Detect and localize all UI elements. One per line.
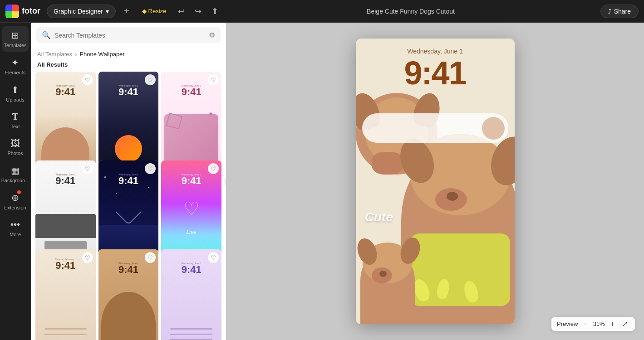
template-card-7[interactable]: Tuesday, February 1 9:41 sweet love ♡ <box>35 249 96 340</box>
filter-icon: ⚙ <box>209 31 215 39</box>
logo-text: fotor <box>22 6 40 16</box>
zoom-out-button[interactable]: − <box>581 320 589 328</box>
resize-button[interactable]: ◆ Resize <box>138 5 171 17</box>
graphic-designer-button[interactable]: Graphic Designer ▾ <box>47 5 116 18</box>
plus-icon: + <box>610 320 615 328</box>
cute-label: Cute <box>365 210 393 224</box>
sidebar-item-photos-label: Photos <box>7 151 23 156</box>
more-icon: ••• <box>10 219 20 230</box>
breadcrumb-area: All Templates › Phone Wallpaper <box>31 47 226 59</box>
favorite-button-4[interactable]: ♡ <box>82 163 93 174</box>
favorite-button-3[interactable]: ♡ <box>208 74 219 85</box>
sidebar-item-photos[interactable]: 🖼 Photos <box>2 135 29 160</box>
share-button[interactable]: ⤴ Share <box>600 5 639 18</box>
search-input[interactable] <box>54 32 203 39</box>
sidebar-item-more[interactable]: ••• More <box>2 216 29 241</box>
sidebar-item-uploads[interactable]: ⬆ Uploads <box>2 81 29 106</box>
document-title: Beige Cute Funny Dogs Cutout <box>226 8 595 15</box>
bottom-bar: Preview − 31% + ⤢ <box>551 317 635 331</box>
favorite-button-9[interactable]: ♡ <box>208 252 219 263</box>
chevron-down-icon: ▾ <box>106 8 109 15</box>
favorite-button-1[interactable]: ♡ <box>82 74 93 85</box>
redo-icon: ↪ <box>195 6 202 16</box>
sidebar-item-elements[interactable]: ✦ Elements <box>2 53 29 79</box>
graphic-designer-label: Graphic Designer <box>54 8 103 15</box>
sidebar-item-backgrounds-label: Backgroun... <box>1 178 29 183</box>
icon-sidebar: ⊞ Templates ✦ Elements ⬆ Uploads T Text … <box>0 23 31 340</box>
backgrounds-icon: ▦ <box>11 165 20 176</box>
add-button[interactable]: + <box>120 4 133 18</box>
favorite-button-7[interactable]: ♡ <box>82 252 93 263</box>
canvas-area: Wednesday, June 1 9:41 Cute <box>226 23 644 340</box>
expand-icon: ⤢ <box>622 320 628 328</box>
wallpaper-time: 9:41 <box>365 57 506 89</box>
breadcrumb-all-templates[interactable]: All Templates <box>37 51 72 58</box>
minus-icon: − <box>583 320 587 328</box>
search-icon: 🔍 <box>42 31 51 39</box>
extension-icon: ⊕ <box>11 192 19 203</box>
text-icon: T <box>12 112 18 122</box>
sidebar-item-more-label: More <box>10 232 21 237</box>
photos-icon: 🖼 <box>11 138 20 149</box>
elements-icon: ✦ <box>11 57 19 68</box>
sidebar-item-text[interactable]: T Text <box>2 108 29 133</box>
redo-button[interactable]: ↪ <box>192 4 204 19</box>
sidebar-item-extension-label: Extension <box>4 205 26 210</box>
fotor-logo-icon <box>5 5 19 18</box>
main-area: ⊞ Templates ✦ Elements ⬆ Uploads T Text … <box>0 23 644 340</box>
wallpaper-header: Wednesday, June 1 9:41 <box>356 39 515 89</box>
template-card-9[interactable]: Wednesday, June 1 9:41 ♡ <box>161 249 221 340</box>
uploads-icon: ⬆ <box>11 84 19 95</box>
sidebar-item-text-label: Text <box>10 124 20 129</box>
all-results-label: All Results <box>31 59 226 72</box>
search-box: 🔍 ⚙ <box>36 27 221 43</box>
sidebar-item-extension[interactable]: ⊕ Extension <box>2 189 29 214</box>
fit-to-screen-button[interactable]: ⤢ <box>620 320 629 328</box>
resize-label: Resize <box>148 8 167 15</box>
templates-panel: 🔍 ⚙ All Templates › Phone Wallpaper All … <box>31 23 226 340</box>
zoom-in-button[interactable]: + <box>609 320 616 328</box>
templates-grid: Wednesday, June 1 9:41 ♡ Wednesday, June… <box>31 72 226 340</box>
sidebar-item-elements-label: Elements <box>5 70 26 75</box>
sidebar-item-backgrounds[interactable]: ▦ Backgroun... <box>2 161 29 187</box>
sidebar-item-uploads-label: Uploads <box>6 97 24 102</box>
undo-button[interactable]: ↩ <box>175 4 187 19</box>
toggle-knob <box>482 117 505 140</box>
breadcrumb-phone-wallpaper: Phone Wallpaper <box>79 51 124 58</box>
sidebar-item-templates-label: Templates <box>4 43 26 48</box>
share-icon: ⤴ <box>608 8 611 15</box>
toggle-pill <box>362 113 508 143</box>
preview-label: Preview <box>557 321 578 327</box>
template-card-8[interactable]: Wednesday, June 1 9:41 ♡ <box>98 249 159 340</box>
diamond-icon: ◆ <box>142 8 147 15</box>
share-label: Share <box>614 8 631 15</box>
undo-icon: ↩ <box>178 6 185 16</box>
upload-button[interactable]: ⬆ <box>209 4 221 19</box>
logo-area: fotor <box>5 5 40 18</box>
templates-icon: ⊞ <box>11 30 19 41</box>
filter-button[interactable]: ⚙ <box>209 31 215 39</box>
templates-search-area: 🔍 ⚙ <box>31 23 226 47</box>
favorite-button-6[interactable]: ♡ <box>208 163 219 174</box>
zoom-level: 31% <box>593 321 605 327</box>
breadcrumb-separator: › <box>75 51 77 58</box>
topbar: fotor Graphic Designer ▾ + ◆ Resize ↩ ↪ … <box>0 0 644 23</box>
wallpaper-preview[interactable]: Wednesday, June 1 9:41 Cute <box>356 39 515 324</box>
plus-icon: + <box>124 6 129 16</box>
upload-icon: ⬆ <box>211 6 218 16</box>
wallpaper-date: Wednesday, June 1 <box>365 48 506 55</box>
sidebar-item-templates[interactable]: ⊞ Templates <box>2 26 29 52</box>
